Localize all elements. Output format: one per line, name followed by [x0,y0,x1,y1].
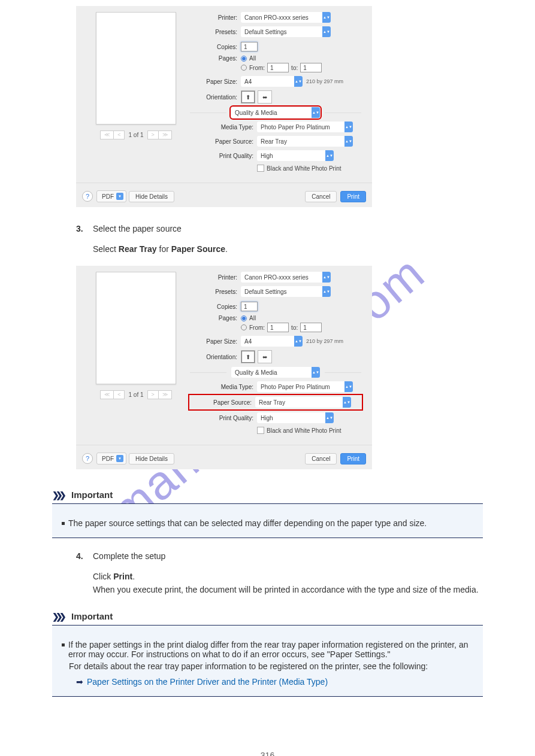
print-button[interactable]: Print [340,453,366,464]
important-title-2: Important [71,611,113,621]
pages-to-input[interactable]: 1 [300,323,322,332]
paper-size-dimensions: 210 by 297 mm [306,338,343,344]
step-4-number: 4. [76,551,88,561]
nav-next-last[interactable]: >≫ [147,130,172,139]
presets-select[interactable]: Default Settings▲▼ [241,26,331,37]
pages-from-input[interactable]: 1 [267,323,289,332]
panel-section-text: Quality & Media [231,369,312,376]
paper-size-select-text: A4 [241,338,294,345]
presets-label: Presets: [190,289,241,295]
important-header: ❯❯❯ Important [52,486,483,504]
select-arrows-icon: ▲▼ [344,136,353,147]
orientation-label: Orientation: [190,94,241,101]
copies-label: Copies: [190,303,241,310]
bw-print-checkbox[interactable] [257,165,264,172]
paper-source-select[interactable]: Rear Tray▲▼ [255,397,351,408]
bw-print-checkbox[interactable] [257,427,264,434]
printer-select-text: Canon PRO-xxxx series [241,274,322,281]
print-quality-select[interactable]: High▲▼ [257,412,334,423]
print-quality-label: Print Quality: [190,153,257,159]
print-dialog-2: ≪< 1 of 1 >≫ Printer: Canon PRO-xxxx ser… [76,266,372,469]
paper-size-select[interactable]: A4▲▼ [241,336,303,347]
orientation-portrait[interactable]: ⬆︎ [241,350,255,363]
pages-to-label: to: [291,324,298,331]
pages-from-label: From: [249,324,265,331]
print-quality-select[interactable]: High▲▼ [257,150,334,161]
pages-from-radio[interactable] [241,65,247,71]
pages-all-label: All [249,315,256,321]
media-type-label: Media Type: [190,124,257,130]
select-arrows-icon: ▲▼ [312,107,320,118]
nav-first-prev[interactable]: ≪< [100,390,125,399]
step-3-desc: Select Rear Tray for Paper Source. [93,244,228,254]
help-button[interactable]: ? [82,191,93,202]
select-arrows-icon: ▼ [116,193,123,200]
nav-first-prev[interactable]: ≪< [100,130,125,139]
cancel-button[interactable]: Cancel [305,191,337,202]
step-4-desc-line1: Click Print. [93,572,135,581]
pages-from-radio[interactable] [241,324,247,330]
bullet-icon [62,643,65,646]
paper-size-dimensions: 210 by 297 mm [306,78,343,84]
presets-select-text: Default Settings [241,289,322,295]
media-type-select[interactable]: Photo Paper Pro Platinum▲▼ [257,381,353,392]
pdf-menu-button[interactable]: PDF ▼ [96,190,126,202]
orientation-landscape[interactable]: ⬌ [258,350,272,363]
orientation-portrait[interactable]: ⬆︎ [241,90,255,104]
preview-page [96,272,176,384]
select-arrows-icon: ▲▼ [312,367,320,378]
important-header-2: ❯❯❯ Important [52,608,483,626]
pages-label: Pages: [190,55,241,62]
panel-section-select[interactable]: Quality & Media▲▼ [231,367,320,378]
panel-section-text: Quality & Media [231,110,312,116]
copies-input[interactable]: 1 [241,302,258,311]
help-button[interactable]: ? [82,453,93,464]
important-bullet-text-2: If the paper settings in the print dialo… [68,640,473,659]
nav-next-last[interactable]: >≫ [147,390,172,399]
page-number: 316 [52,751,483,756]
pages-from-input[interactable]: 1 [267,63,289,72]
paper-size-select-text: A4 [241,78,294,85]
cancel-button[interactable]: Cancel [305,453,337,464]
hide-details-button[interactable]: Hide Details [129,191,174,202]
print-button[interactable]: Print [340,191,366,202]
pdf-label: PDF [102,193,114,200]
paper-source-select-text: Rear Tray [255,399,343,406]
pages-all-radio[interactable] [241,56,247,62]
pages-to-label: to: [291,65,298,71]
pdf-menu-button[interactable]: PDF ▼ [96,453,126,464]
hide-details-button[interactable]: Hide Details [129,453,174,464]
select-arrows-icon: ▲▼ [322,272,331,283]
bw-print-label: Black and White Photo Print [267,427,341,434]
select-arrows-icon: ▲▼ [322,286,331,297]
orientation-label: Orientation: [190,354,241,360]
panel-section-select[interactable]: Quality & Media▲▼ [231,107,320,118]
paper-settings-link[interactable]: Paper Settings on the Printer Driver and… [87,677,328,687]
pages-to-input[interactable]: 1 [300,63,322,72]
media-type-select[interactable]: Photo Paper Pro Platinum▲▼ [257,122,353,132]
presets-select[interactable]: Default Settings▲▼ [241,286,331,297]
copies-input[interactable]: 1 [241,42,258,51]
paper-source-select[interactable]: Rear Tray▲▼ [257,136,353,147]
printer-select[interactable]: Canon PRO-xxxx series▲▼ [241,272,331,283]
important-followup-text: For details about the rear tray paper in… [69,661,473,671]
preview-page-indicator: 1 of 1 [128,391,143,398]
orientation-landscape[interactable]: ⬌ [258,90,272,104]
select-arrows-icon: ▲▼ [294,76,303,87]
paper-size-select[interactable]: A4▲▼ [241,76,303,87]
pages-from-label: From: [249,65,265,71]
select-arrows-icon: ▲▼ [322,12,331,23]
select-arrows-icon: ▲▼ [343,397,351,408]
print-dialog-1: ≪< 1 of 1 >≫ Printer: Canon PRO-xxxx ser… [76,6,372,207]
important-bullet-text: The paper source settings that can be se… [68,518,427,528]
printer-label: Printer: [190,274,241,281]
pages-all-radio[interactable] [241,315,247,321]
select-arrows-icon: ▲▼ [325,412,334,423]
select-arrows-icon: ▼ [116,455,123,462]
select-arrows-icon: ▲▼ [344,381,353,392]
bullet-icon [62,522,65,525]
step-4-desc-line2: When you execute print, the document wil… [93,585,483,594]
printer-select[interactable]: Canon PRO-xxxx series▲▼ [241,12,331,23]
step-4-title: Complete the setup [93,551,165,561]
chevron-sequence-icon: ❯❯❯ [52,612,63,621]
